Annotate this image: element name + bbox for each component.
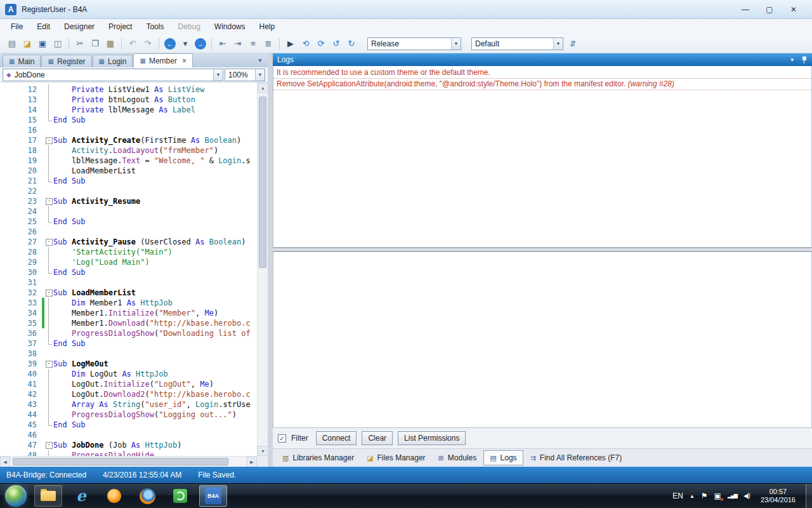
editor-vertical-scrollbar[interactable]: ▲ ▼: [257, 83, 268, 456]
code-line[interactable]: 29 'Log("Load Main"): [0, 257, 257, 267]
code-line[interactable]: 19 lblMessage.Text = "Welcome, " & Login…: [0, 156, 257, 166]
code-line[interactable]: 40 Dim LogOut As HttpJob: [0, 369, 257, 379]
tab-list-dropdown-icon[interactable]: ▼: [258, 58, 263, 64]
start-button[interactable]: [5, 485, 27, 507]
open-project-icon[interactable]: ◪: [20, 37, 34, 51]
tab-close-icon[interactable]: ×: [182, 57, 187, 65]
code-line[interactable]: 31: [0, 277, 257, 288]
menu-tools[interactable]: Tools: [139, 22, 171, 31]
navigate-back-menu-icon[interactable]: ▾: [178, 37, 192, 51]
show-hidden-icons-icon[interactable]: ▲: [690, 493, 695, 499]
copy-icon[interactable]: ❐: [88, 37, 102, 51]
tab-member[interactable]: ▦ Member ×: [133, 53, 192, 67]
network-status-icon[interactable]: ▣: [714, 492, 721, 500]
code-line[interactable]: 46: [0, 430, 257, 440]
tab-register[interactable]: ▦ Register: [41, 55, 91, 67]
code-line[interactable]: 25End Sub: [0, 217, 257, 227]
redo-icon[interactable]: ↷: [141, 37, 155, 51]
toolbar-overflow-icon[interactable]: ⇵: [570, 39, 576, 48]
sub-navigator-select[interactable]: ◈ JobDone ▼: [3, 69, 223, 81]
clear-button[interactable]: Clear: [362, 431, 393, 445]
connect-button[interactable]: Connect: [316, 431, 357, 445]
minimize-icon[interactable]: —: [738, 5, 752, 14]
code-line[interactable]: 41 LogOut.Initialize("LogOut", Me): [0, 379, 257, 389]
fold-collapse-icon[interactable]: [45, 196, 53, 206]
save-icon[interactable]: ▣: [36, 37, 49, 51]
horizontal-scroll-thumb[interactable]: [13, 458, 228, 465]
taskbar-internet-explorer-button[interactable]: e: [67, 485, 95, 507]
scroll-up-icon[interactable]: ▲: [258, 83, 268, 93]
taskbar-clock[interactable]: 00:57 23/04/2016: [761, 488, 796, 504]
scroll-left-icon[interactable]: ◀: [0, 457, 10, 467]
taskbar-green-app-button[interactable]: [166, 485, 194, 507]
filter-checkbox[interactable]: ✓: [278, 434, 286, 443]
navigate-forward-icon[interactable]: →: [195, 38, 206, 50]
tab-libraries-manager[interactable]: ▥ Libraries Manager: [277, 451, 360, 465]
tab-login[interactable]: ▦ Login: [93, 55, 133, 67]
code-line[interactable]: 39Sub LogMeOut: [0, 359, 257, 369]
code-line[interactable]: 24: [0, 206, 257, 217]
tab-logs[interactable]: ▤ Logs: [483, 450, 523, 465]
cut-icon[interactable]: ✂: [73, 37, 87, 51]
code-line[interactable]: 22: [0, 186, 257, 196]
log-secondary-area[interactable]: [273, 251, 812, 428]
code-line[interactable]: 32Sub LoadMemberList: [0, 288, 257, 298]
code-line[interactable]: 44 ProgressDialogShow("Logging out..."): [0, 410, 257, 420]
list-permissions-button[interactable]: List Permissions: [398, 431, 466, 445]
code-line[interactable]: 45End Sub: [0, 420, 257, 430]
fold-collapse-icon[interactable]: [45, 359, 53, 369]
menu-project[interactable]: Project: [102, 22, 139, 31]
language-indicator[interactable]: EN: [672, 491, 683, 500]
connect-bridge-icon[interactable]: ⟲: [299, 37, 313, 51]
fold-collapse-icon[interactable]: [45, 135, 53, 145]
uncomment-icon[interactable]: ≣: [261, 37, 275, 51]
code-line[interactable]: 17Sub Activity_Create(FirstTime As Boole…: [0, 135, 257, 145]
code-line[interactable]: 35 Member1.Download("http://kbase.herobo…: [0, 318, 257, 328]
open-designer-icon[interactable]: ◫: [51, 37, 65, 51]
code-lines[interactable]: 12 Private ListView1 As ListView13 Priva…: [0, 83, 257, 456]
code-line[interactable]: 23Sub Activity_Resume: [0, 196, 257, 206]
editor-horizontal-scrollbar[interactable]: ◀ ▶: [0, 456, 257, 467]
log-output-area[interactable]: It is recommended to use a custom theme …: [273, 66, 812, 248]
close-icon[interactable]: ✕: [787, 5, 801, 14]
code-line[interactable]: 18 Activity.LoadLayout("frmMember"): [0, 145, 257, 156]
code-line[interactable]: 28 'StartActivity("Main"): [0, 247, 257, 257]
code-line[interactable]: 38: [0, 349, 257, 359]
menu-file[interactable]: File: [4, 22, 30, 31]
window-position-icon[interactable]: ▾: [790, 57, 794, 63]
indent-icon[interactable]: ⇥: [231, 37, 245, 51]
outdent-icon[interactable]: ⇤: [216, 37, 230, 51]
compile-icon[interactable]: ⟳: [314, 37, 328, 51]
tab-find-all-references[interactable]: ⇉ Find All References (F7): [525, 451, 628, 465]
code-line[interactable]: 27Sub Activity_Pause (UserClosed As Bool…: [0, 237, 257, 247]
run-icon[interactable]: ▶: [284, 37, 298, 51]
code-line[interactable]: 21End Sub: [0, 176, 257, 186]
chevron-down-icon[interactable]: ▼: [451, 38, 461, 50]
code-line[interactable]: 33 Dim Member1 As HttpJob: [0, 298, 257, 308]
maximize-icon[interactable]: ▢: [763, 5, 776, 14]
code-line[interactable]: 43 Array As String("user_id", Login.strU…: [0, 399, 257, 410]
menu-edit[interactable]: Edit: [30, 22, 57, 31]
action-center-flag-icon[interactable]: ⚑: [701, 492, 708, 500]
code-line[interactable]: 12 Private ListView1 As ListView: [0, 84, 257, 95]
paste-icon[interactable]: ▦: [103, 37, 117, 51]
taskbar-b4a-button[interactable]: B4A: [199, 485, 227, 507]
show-desktop-button[interactable]: [806, 484, 812, 508]
volume-icon[interactable]: ◀): [743, 493, 750, 499]
tab-main[interactable]: ▦ Main: [3, 55, 41, 67]
code-line[interactable]: 16: [0, 125, 257, 135]
fold-collapse-icon[interactable]: [45, 237, 53, 247]
taskbar-firefox-button[interactable]: [133, 485, 161, 507]
navigate-back-icon[interactable]: ←: [164, 38, 176, 50]
menu-help[interactable]: Help: [252, 22, 282, 31]
taskbar-media-player-button[interactable]: [100, 485, 128, 507]
pin-icon[interactable]: [801, 56, 808, 64]
chevron-down-icon[interactable]: ▼: [553, 38, 563, 50]
new-project-icon[interactable]: ▤: [5, 37, 19, 51]
fold-collapse-icon[interactable]: [45, 288, 53, 298]
build-configuration-select[interactable]: Release ▼: [367, 37, 461, 50]
refresh-icon[interactable]: ↻: [344, 37, 358, 51]
scroll-right-icon[interactable]: ▶: [247, 457, 257, 467]
chevron-down-icon[interactable]: ▼: [213, 69, 223, 81]
taskbar-explorer-button[interactable]: [34, 485, 62, 507]
